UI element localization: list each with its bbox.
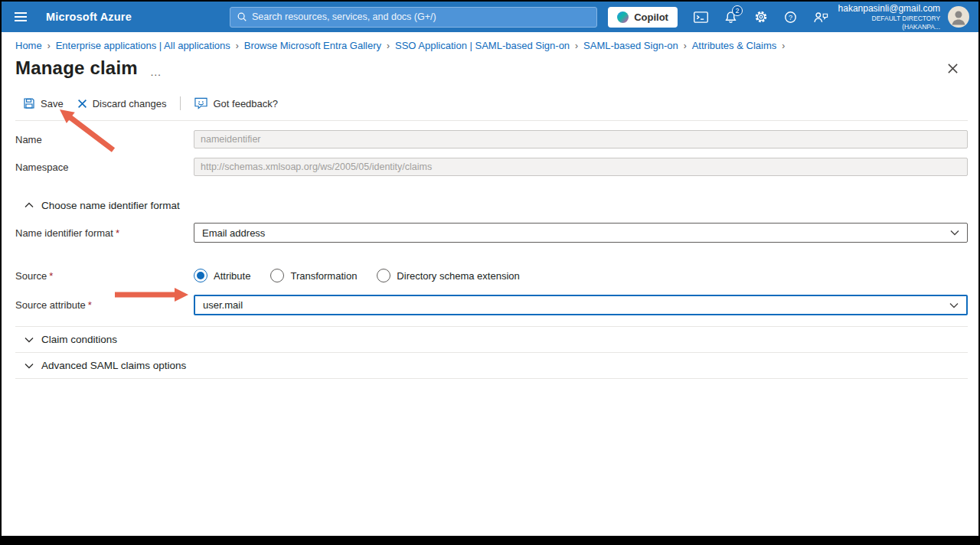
radio-label: Transformation	[290, 270, 357, 282]
identifier-section-title: Choose name identifier format	[41, 200, 180, 211]
name-label: Name	[15, 134, 194, 145]
radio-label: Attribute	[214, 270, 250, 282]
svg-text:?: ?	[789, 13, 792, 21]
discard-x-icon	[77, 99, 87, 109]
chevron-down-icon	[24, 363, 34, 369]
breadcrumb-separator: ›	[684, 41, 687, 51]
source-label: Source*	[15, 270, 194, 282]
breadcrumb-item-attributes-claims[interactable]: Attributes & Claims	[692, 40, 777, 51]
required-asterisk: *	[116, 227, 119, 239]
command-bar: Save Discard changes Got feedback?	[15, 94, 968, 121]
search-icon	[237, 11, 247, 22]
breadcrumb: Home › Enterprise applications | All app…	[2, 32, 978, 51]
radio-option-attribute[interactable]: Attribute	[194, 269, 250, 282]
avatar[interactable]	[948, 6, 969, 28]
notifications-button[interactable]: 2	[720, 5, 743, 28]
got-feedback-button[interactable]: Got feedback?	[188, 94, 284, 113]
required-asterisk: *	[88, 299, 92, 311]
settings-button[interactable]	[750, 5, 773, 28]
identifier-format-section-toggle[interactable]: Choose name identifier format	[15, 197, 968, 213]
radio-unselected-icon	[270, 269, 284, 282]
chevron-down-icon	[949, 302, 959, 308]
chevron-down-icon	[24, 337, 34, 343]
advanced-section-title: Advanced SAML claims options	[41, 360, 186, 371]
name-identifier-format-row: Name identifier format* Email address	[15, 223, 968, 243]
azure-portal-window: Microsoft Azure Copilot 2 ?	[2, 2, 978, 536]
overflow-menu-button[interactable]: …	[150, 59, 162, 78]
name-input	[194, 130, 968, 148]
chevron-up-icon	[24, 202, 34, 208]
source-radio-group: Attribute Transformation Directory schem…	[194, 269, 968, 282]
breadcrumb-item-home[interactable]: Home	[15, 40, 42, 51]
feedback-person-icon	[813, 11, 828, 23]
breadcrumb-separator: ›	[782, 41, 785, 51]
save-icon	[23, 97, 35, 109]
brand-title[interactable]: Microsoft Azure	[46, 11, 132, 23]
breadcrumb-item-sso-application[interactable]: SSO Application | SAML-based Sign-on	[395, 40, 570, 51]
radio-selected-icon	[194, 269, 207, 282]
breadcrumb-separator: ›	[236, 41, 239, 51]
help-icon: ?	[784, 11, 797, 24]
save-label: Save	[41, 98, 64, 109]
breadcrumb-separator: ›	[47, 41, 51, 51]
breadcrumb-item-enterprise-applications[interactable]: Enterprise applications | All applicatio…	[56, 40, 230, 51]
person-icon	[948, 6, 969, 28]
namespace-label: Namespace	[15, 162, 194, 173]
source-attribute-row: Source attribute* user.mail	[15, 295, 968, 315]
gear-icon	[754, 10, 768, 24]
breadcrumb-item-saml-sign-on[interactable]: SAML-based Sign-on	[583, 40, 678, 51]
hamburger-menu-icon[interactable]	[9, 5, 32, 28]
breadcrumb-separator: ›	[575, 41, 578, 51]
top-bar-icons: 2 ?	[690, 5, 832, 28]
title-row: Manage claim …	[2, 51, 978, 79]
copilot-button[interactable]: Copilot	[608, 7, 678, 28]
radio-option-directory-schema-extension[interactable]: Directory schema extension	[377, 269, 519, 282]
source-attribute-label: Source attribute*	[15, 299, 194, 311]
radio-label: Directory schema extension	[397, 270, 519, 282]
breadcrumb-item-entra-gallery[interactable]: Browse Microsoft Entra Gallery	[244, 40, 381, 51]
help-button[interactable]: ?	[779, 5, 802, 28]
name-identifier-format-dropdown[interactable]: Email address	[194, 223, 968, 243]
page-title: Manage claim	[15, 57, 138, 79]
top-bar: Microsoft Azure Copilot 2 ?	[2, 2, 978, 32]
account-directory: DEFAULT DIRECTORY (HAKANPA...	[832, 15, 940, 31]
copilot-label: Copilot	[634, 11, 668, 23]
cloud-shell-button[interactable]	[690, 5, 713, 28]
breadcrumb-separator: ›	[387, 41, 390, 51]
discard-changes-button[interactable]: Discard changes	[71, 95, 173, 113]
account-email: hakanpasinli@gmail.com	[832, 3, 940, 15]
namespace-row: Namespace	[15, 158, 968, 176]
source-attribute-dropdown[interactable]: user.mail	[194, 295, 968, 315]
claim-conditions-title: Claim conditions	[41, 334, 117, 345]
feedback-bubble-icon	[194, 97, 207, 109]
toolbar-divider	[180, 96, 181, 110]
feedback-button[interactable]	[809, 5, 832, 28]
name-row: Name	[15, 130, 968, 148]
global-search[interactable]	[230, 7, 597, 28]
discard-label: Discard changes	[93, 98, 167, 109]
notification-badge: 2	[732, 5, 743, 16]
feedback-label: Got feedback?	[213, 98, 278, 109]
advanced-saml-options-section-toggle[interactable]: Advanced SAML claims options	[15, 353, 968, 379]
claim-conditions-section-toggle[interactable]: Claim conditions	[15, 327, 968, 353]
required-asterisk: *	[49, 270, 53, 282]
format-label: Name identifier format*	[15, 227, 194, 239]
source-attribute-selected-value: user.mail	[203, 299, 243, 311]
manage-claim-form: Name Namespace Choose name identifier fo…	[2, 130, 978, 379]
cloud-shell-icon	[694, 11, 708, 23]
account-info[interactable]: hakanpasinli@gmail.com DEFAULT DIRECTORY…	[832, 3, 940, 31]
chevron-down-icon	[950, 230, 959, 236]
source-row: Source* Attribute Transformation Directo…	[15, 269, 968, 282]
format-selected-value: Email address	[202, 227, 265, 239]
namespace-input	[194, 158, 968, 176]
radio-unselected-icon	[377, 269, 390, 282]
search-input[interactable]	[252, 11, 590, 22]
radio-option-transformation[interactable]: Transformation	[270, 269, 357, 282]
copilot-icon	[617, 11, 629, 23]
save-button[interactable]: Save	[17, 94, 70, 113]
close-icon[interactable]	[947, 63, 959, 74]
